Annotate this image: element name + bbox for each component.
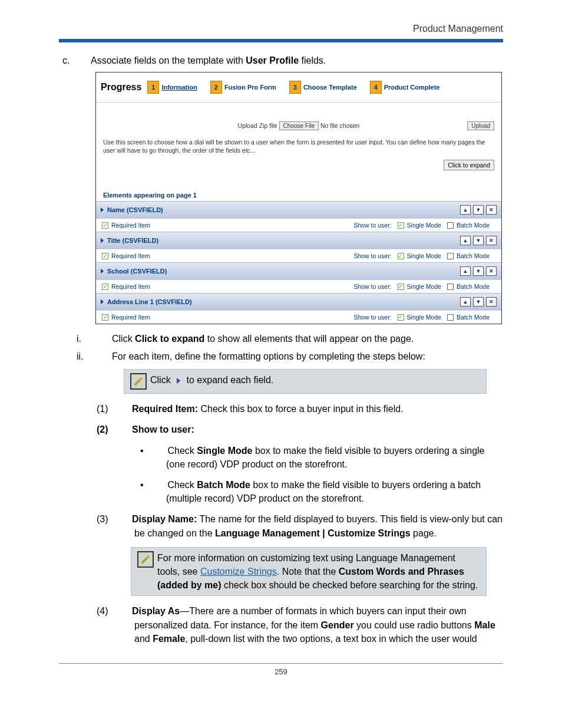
n2-bold: Show to user: [132, 424, 194, 434]
move-down-button[interactable]: ▼ [473, 205, 484, 215]
n4-t2: you could use radio buttons [354, 620, 475, 630]
step-num-2: 2 [210, 81, 222, 94]
n3-b2: Language Management | Customize Strings [215, 528, 411, 538]
note1-post: to expand each field. [184, 375, 273, 385]
page-number: 259 [59, 667, 503, 676]
n3-t2: page. [411, 528, 437, 538]
batch-mode-label: Batch Mode [457, 314, 490, 321]
batch-mode-label: Batch Mode [457, 222, 490, 229]
delete-button[interactable]: ✕ [486, 236, 497, 245]
field-options-row: Required ItemShow to user:Single ModeBat… [96, 279, 501, 293]
customize-strings-link[interactable]: Customize Strings [200, 566, 277, 577]
required-checkbox[interactable] [102, 284, 108, 290]
single-mode-label: Single Mode [407, 283, 441, 290]
step-link-complete[interactable]: Product Complete [384, 84, 440, 91]
upload-button[interactable]: Upload [467, 121, 494, 130]
n4-num: (4) [115, 604, 132, 618]
field-row[interactable]: School (CSVFIELD)▲▼✕ [96, 262, 501, 279]
note2-text: For more information on customizing text… [157, 551, 480, 592]
roman-i: i. [95, 334, 112, 344]
required-checkbox[interactable] [102, 222, 108, 229]
note-box-1: Click to expand each field. [124, 369, 487, 394]
upload-row: Upload Zip file Choose File No file chos… [96, 103, 501, 139]
field-name: School (CSVFIELD) [107, 268, 167, 275]
section-title: Elements appearing on page 1 [96, 180, 501, 201]
chevron-right-icon [101, 238, 104, 243]
progress-label: Progress [101, 82, 141, 93]
b2-pre: Check [167, 480, 197, 490]
move-up-button[interactable]: ▲ [460, 205, 471, 215]
required-checkbox[interactable] [102, 253, 108, 259]
show-to-user-label: Show to user: [353, 314, 391, 321]
n4-bold: Display As [132, 606, 180, 616]
footer-rule [59, 663, 503, 664]
field-name: Title (CSVFIELD) [107, 237, 158, 244]
n1-num: (1) [115, 402, 132, 416]
upload-zip-label: Upload Zip file [238, 122, 277, 129]
delete-button[interactable]: ✕ [486, 266, 497, 276]
note1-pre: Click [150, 375, 173, 385]
i-pre: Click [112, 334, 135, 344]
field-options-row: Required ItemShow to user:Single ModeBat… [96, 218, 501, 232]
ii-text: For each item, define the formatting opt… [112, 351, 425, 361]
batch-mode-checkbox[interactable] [447, 222, 454, 229]
single-mode-label: Single Mode [407, 252, 441, 259]
field-row[interactable]: Address Line 1 (CSVFIELD)▲▼✕ [96, 293, 501, 310]
step-link-choose[interactable]: Choose Template [303, 84, 357, 91]
batch-mode-label: Batch Mode [457, 252, 490, 259]
choose-file-button[interactable]: Choose File [279, 121, 319, 130]
delete-button[interactable]: ✕ [486, 205, 497, 215]
n2-num: (2) [115, 423, 132, 436]
move-up-button[interactable]: ▲ [460, 236, 471, 245]
pencil-icon-2 [137, 551, 154, 568]
required-label: Required Item [111, 252, 150, 259]
batch-mode-checkbox[interactable] [447, 253, 454, 259]
roman-ii: ii. [95, 351, 112, 362]
b1-bold: Single Mode [197, 446, 252, 456]
single-mode-checkbox[interactable] [398, 284, 404, 290]
n3-bold: Display Name: [132, 514, 197, 524]
step-num-4: 4 [370, 81, 382, 94]
field-name: Address Line 1 (CSVFIELD) [107, 298, 192, 305]
chevron-right-icon [101, 269, 104, 274]
n4-t3: and [134, 634, 153, 644]
step-num-1: 1 [147, 81, 159, 94]
field-row[interactable]: Name (CSVFIELD)▲▼✕ [96, 201, 501, 218]
batch-mode-checkbox[interactable] [447, 314, 454, 321]
show-to-user-label: Show to user: [353, 252, 391, 259]
required-checkbox[interactable] [102, 314, 108, 321]
pencil-icon [130, 373, 147, 390]
field-row[interactable]: Title (CSVFIELD)▲▼✕ [96, 232, 501, 249]
move-up-button[interactable]: ▲ [460, 297, 471, 307]
step-c-text: Associate fields on the template with [91, 55, 246, 65]
field-options-row: Required ItemShow to user:Single ModeBat… [96, 249, 501, 262]
move-down-button[interactable]: ▼ [473, 236, 484, 245]
delete-button[interactable]: ✕ [486, 297, 497, 307]
note2-post: check box should be checked before searc… [221, 580, 478, 590]
single-mode-checkbox[interactable] [398, 253, 404, 259]
required-label: Required Item [111, 222, 150, 229]
batch-mode-checkbox[interactable] [447, 284, 454, 290]
move-up-button[interactable]: ▲ [460, 266, 471, 276]
note1-text: Click to expand each field. [150, 373, 273, 387]
single-mode-checkbox[interactable] [398, 314, 404, 321]
click-to-expand-button[interactable]: Click to expand [444, 160, 494, 170]
move-down-button[interactable]: ▼ [473, 297, 484, 307]
n4-b4: Female [153, 634, 185, 644]
single-mode-label: Single Mode [407, 222, 441, 229]
chevron-right-icon [101, 207, 104, 212]
single-mode-label: Single Mode [407, 314, 441, 321]
n4-b3: Male [474, 620, 495, 630]
single-mode-checkbox[interactable] [398, 222, 404, 229]
show-to-user-label: Show to user: [353, 283, 391, 290]
header-section: Product Management [59, 24, 503, 34]
note-box-2: For more information on customizing text… [131, 547, 487, 597]
field-name: Name (CSVFIELD) [107, 206, 163, 213]
step-link-information[interactable]: Information [161, 84, 197, 91]
step-c: c.Associate fields on the template with … [77, 55, 503, 66]
instruction-text: Use this screen to choose how a dial wil… [96, 139, 501, 157]
move-down-button[interactable]: ▼ [473, 266, 484, 276]
b1-pre: Check [167, 446, 197, 456]
step-link-fusion[interactable]: Fusion Pro Form [224, 84, 276, 91]
step-c-bold: User Profile [246, 55, 299, 65]
